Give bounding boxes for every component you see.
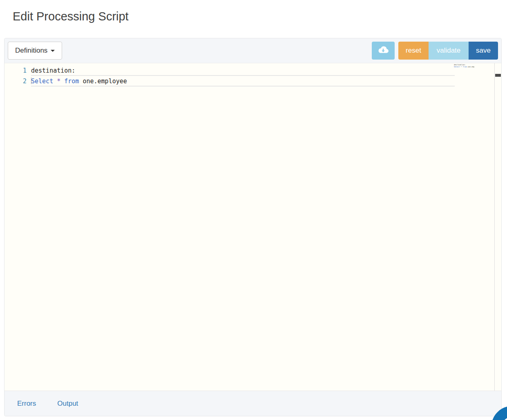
- code-editor[interactable]: 1 destination: 2 Select * from one.emplo…: [4, 63, 501, 391]
- token-space: [60, 78, 64, 85]
- script-editor-panel: Definitions reset validate save: [4, 38, 502, 416]
- line-number-1: 1: [4, 65, 27, 76]
- errors-tab[interactable]: Errors: [17, 400, 36, 408]
- cloud-download-button[interactable]: [372, 42, 395, 60]
- token-plain: one.employee: [79, 78, 127, 85]
- page-title: Edit Processing Script: [13, 10, 129, 23]
- token-keyword: Select: [31, 78, 53, 85]
- code-line-1-text: destination:: [31, 65, 455, 76]
- save-button[interactable]: save: [469, 42, 498, 60]
- minimap-token-keyword: Select * from: [454, 66, 467, 68]
- minimap-token-plain: one.employee: [467, 66, 474, 68]
- definitions-dropdown-button[interactable]: Definitions: [8, 42, 62, 60]
- token-operator: *: [57, 78, 60, 85]
- editor-vertical-scrollbar[interactable]: [494, 63, 501, 391]
- line-number-2: 2: [4, 76, 27, 87]
- token-plain: destination:: [31, 67, 75, 74]
- token-space: [53, 78, 57, 85]
- editor-footer: Errors Output: [4, 391, 501, 416]
- token-keyword: from: [64, 78, 79, 85]
- scrollbar-thumb[interactable]: [495, 74, 501, 77]
- action-button-group: reset validate save: [398, 42, 498, 60]
- code-minimap: destination: Select * from one.employee: [454, 64, 474, 68]
- validate-button[interactable]: validate: [429, 42, 469, 60]
- toolbar-actions: reset validate save: [372, 42, 498, 60]
- editor-toolbar: Definitions reset validate save: [4, 38, 501, 63]
- code-line-2-text: Select * from one.employee: [31, 76, 455, 87]
- reset-button[interactable]: reset: [398, 42, 429, 60]
- code-line-2: 2 Select * from one.employee: [4, 76, 455, 87]
- cloud-download-icon: [377, 45, 389, 56]
- definitions-dropdown-label: Definitions: [15, 47, 47, 55]
- minimap-line-2: Select * from one.employee: [454, 66, 474, 68]
- code-line-1: 1 destination:: [4, 65, 455, 76]
- output-tab[interactable]: Output: [57, 400, 78, 408]
- chevron-down-icon: [51, 50, 55, 52]
- code-area: 1 destination: 2 Select * from one.emplo…: [4, 65, 455, 87]
